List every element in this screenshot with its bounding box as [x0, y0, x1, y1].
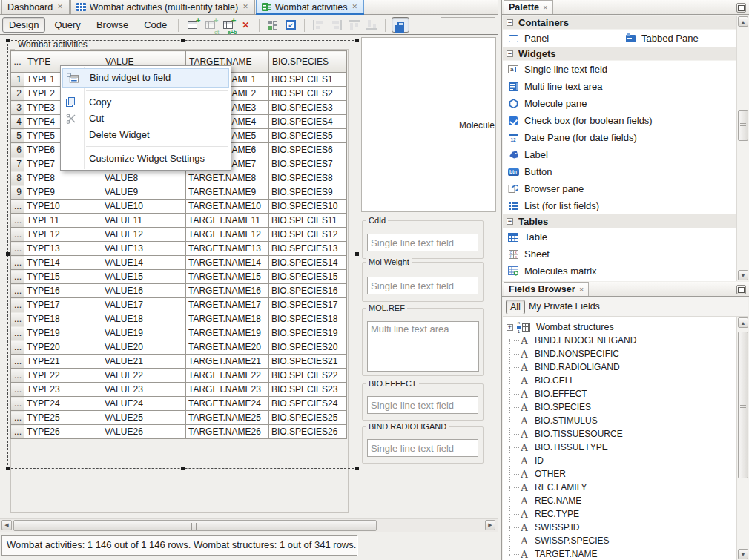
table-cell[interactable]: VALUE21: [102, 355, 186, 369]
table-cell[interactable]: TYPE13: [24, 242, 102, 256]
row-header-button[interactable]: ...: [11, 242, 24, 256]
table-cell[interactable]: VALUE22: [102, 369, 186, 383]
table-cell[interactable]: VALUE11: [102, 214, 186, 228]
add-table-widget-icon[interactable]: +: [184, 18, 200, 33]
row-header-button[interactable]: ...: [11, 312, 24, 326]
fields-tree[interactable]: +n1Wombat structuresABIND.ENDOGENLIGANDA…: [503, 317, 736, 560]
tab-wombat-activities[interactable]: Wombat activities: [256, 0, 364, 14]
table-cell[interactable]: TARGET.NAME12: [186, 228, 269, 242]
table-cell[interactable]: TARGET.NAME16: [186, 284, 269, 298]
selection-handle[interactable]: [6, 252, 10, 256]
palette-item-browser-pane[interactable]: Browser pane: [503, 180, 736, 197]
row-header-button[interactable]: 1: [11, 73, 24, 87]
table-cell[interactable]: VALUE19: [102, 326, 186, 340]
table-cell[interactable]: TARGET.NAME22: [186, 369, 269, 383]
palette-item-sheet[interactable]: cxfxSheet: [503, 246, 736, 263]
close-icon[interactable]: [579, 286, 584, 293]
palette-item-molecules-matrix[interactable]: Molecules matrix: [503, 263, 736, 280]
tab-dashboard[interactable]: Dashboard: [1, 0, 70, 14]
palette-scroll-thumb[interactable]: [738, 110, 748, 141]
table-cell[interactable]: BIO.SPECIES17: [269, 298, 347, 312]
table-cell[interactable]: BIO.SPECIES13: [269, 242, 347, 256]
table-cell[interactable]: TYPE18: [24, 312, 102, 326]
resize-widget-icon[interactable]: [283, 18, 299, 33]
table-cell[interactable]: VALUE13: [102, 242, 186, 256]
selection-handle[interactable]: [6, 467, 10, 470]
scroll-left-icon[interactable]: ◀: [1, 520, 12, 530]
expand-icon[interactable]: +: [507, 324, 513, 331]
minimize-panel-icon[interactable]: [736, 3, 746, 13]
query-mode-button[interactable]: Query: [47, 17, 87, 33]
tree-field-bind-endogenligand[interactable]: ABIND.ENDOGENLIGAND: [503, 334, 736, 347]
tree-field-bio-cell[interactable]: ABIO.CELL: [503, 374, 736, 387]
table-cell[interactable]: TYPE20: [24, 340, 102, 355]
row-header-button[interactable]: ...: [11, 369, 24, 383]
tree-field-id[interactable]: AID: [503, 454, 736, 467]
palette-item-check-box-for-boolean-fields-[interactable]: Check box (for boolean fields): [503, 112, 736, 129]
scroll-down-icon[interactable]: ▼: [738, 270, 748, 280]
row-header-button[interactable]: 4: [11, 115, 24, 129]
selection-handle[interactable]: [181, 39, 185, 42]
palette-item-multi-line-text-area[interactable]: Multi line text area: [503, 78, 736, 95]
palette-section-header[interactable]: −Containers: [503, 16, 736, 30]
scroll-up-icon[interactable]: ▲: [738, 16, 748, 27]
filter-all-button[interactable]: All: [506, 300, 525, 314]
mol-ref-textarea[interactable]: [367, 321, 479, 372]
collapse-icon[interactable]: −: [507, 50, 513, 57]
design-canvas[interactable]: Wombat activities ... TYPE VALUE TARGET.…: [0, 36, 498, 518]
filter-private-fields-button[interactable]: My Private Fields: [529, 301, 600, 312]
table-cell[interactable]: TYPE11: [24, 214, 102, 228]
table-corner-button[interactable]: ...: [11, 51, 24, 73]
minimize-panel-icon[interactable]: [736, 285, 746, 294]
table-cell[interactable]: BIO.SPECIES25: [269, 411, 347, 425]
close-icon[interactable]: [56, 3, 64, 11]
table-cell[interactable]: BIO.SPECIES2: [269, 87, 347, 101]
table-cell[interactable]: BIO.SPECIES8: [269, 171, 347, 185]
table-cell[interactable]: BIO.SPECIES7: [269, 157, 347, 171]
table-cell[interactable]: BIO.SPECIES23: [269, 383, 347, 397]
row-header-button[interactable]: 5: [11, 129, 24, 143]
selection-handle[interactable]: [181, 467, 185, 470]
row-header-button[interactable]: 8: [11, 171, 24, 185]
collapse-icon[interactable]: −: [507, 218, 513, 225]
palette-section-header[interactable]: −Widgets: [503, 47, 736, 61]
row-header-button[interactable]: 2: [11, 87, 24, 101]
close-icon[interactable]: [352, 3, 359, 11]
table-cell[interactable]: TARGET.NAME11: [186, 214, 269, 228]
close-icon[interactable]: [543, 4, 548, 11]
fields-scrollbar[interactable]: ▲ ▼: [736, 317, 749, 560]
table-cell[interactable]: TARGET.NAME21: [186, 355, 269, 369]
row-header-button[interactable]: ...: [11, 256, 24, 270]
fields-scroll-thumb[interactable]: [738, 332, 748, 478]
selection-handle[interactable]: [355, 252, 359, 256]
table-cell[interactable]: TYPE23: [24, 383, 102, 397]
row-header-button[interactable]: ...: [11, 383, 24, 397]
table-cell[interactable]: TYPE17: [24, 298, 102, 312]
row-header-button[interactable]: ...: [11, 270, 24, 284]
tree-field-swissp-species[interactable]: ASWISSP.SPECIES: [503, 534, 736, 547]
selection-handle[interactable]: [355, 39, 359, 42]
row-header-button[interactable]: ...: [11, 228, 24, 242]
palette-item-list-for-list-fields-[interactable]: List (for list fields): [503, 197, 736, 214]
table-cell[interactable]: TARGET.NAME8: [186, 171, 269, 185]
table-cell[interactable]: VALUE23: [102, 383, 186, 397]
table-cell[interactable]: BIO.SPECIES18: [269, 312, 347, 326]
palette-item-panel[interactable]: Panel: [507, 33, 619, 44]
selection-handle[interactable]: [6, 39, 10, 42]
table-cell[interactable]: TYPE22: [24, 369, 102, 383]
palette-item-molecule-pane[interactable]: Molecule pane: [503, 95, 736, 112]
palette-tab[interactable]: Palette: [504, 0, 553, 14]
table-cell[interactable]: VALUE24: [102, 397, 186, 411]
table-cell[interactable]: TYPE9: [24, 185, 102, 200]
table-cell[interactable]: BIO.SPECIES3: [269, 101, 347, 115]
row-header-button[interactable]: ...: [11, 326, 24, 340]
table-cell[interactable]: VALUE26: [102, 425, 186, 439]
table-cell[interactable]: TYPE19: [24, 326, 102, 340]
table-cell[interactable]: TARGET.NAME19: [186, 326, 269, 340]
row-header-button[interactable]: ...: [11, 284, 24, 298]
table-cell[interactable]: VALUE20: [102, 340, 186, 355]
table-cell[interactable]: BIO.SPECIES19: [269, 326, 347, 340]
row-header-button[interactable]: ...: [11, 425, 24, 439]
tree-field-target-name[interactable]: ATARGET.NAME: [503, 547, 736, 560]
bind-radioligand-field[interactable]: [367, 439, 478, 457]
